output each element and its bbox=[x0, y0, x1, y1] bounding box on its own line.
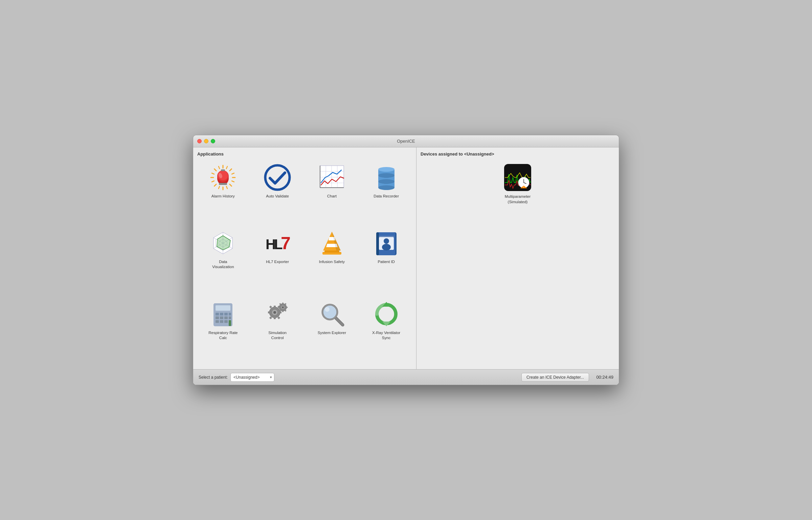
app-simulation-control[interactable]: SimulationControl bbox=[252, 297, 303, 365]
device-multiparameter-icon: ! bbox=[504, 164, 531, 191]
xray-ventilator-sync-label: X-Ray VentilatorSync bbox=[372, 330, 400, 340]
app-auto-validate[interactable]: Auto Validate bbox=[252, 161, 303, 223]
applications-title: Applications bbox=[197, 151, 412, 157]
device-multiparameter-label: Multiparameter(Simulated) bbox=[505, 194, 531, 205]
patient-select-group: Select a patient: <Unassigned> bbox=[199, 373, 274, 382]
app-system-explorer[interactable]: System Explorer bbox=[306, 297, 358, 365]
svg-line-10 bbox=[232, 181, 234, 182]
svg-line-12 bbox=[212, 181, 214, 182]
hl7-exporter-icon: H L 7 bbox=[264, 230, 291, 257]
svg-rect-68 bbox=[220, 313, 223, 315]
data-recorder-label: Data Recorder bbox=[374, 194, 399, 199]
auto-validate-icon bbox=[264, 164, 291, 191]
alarm-history-label: Alarm History bbox=[211, 194, 235, 199]
svg-rect-19 bbox=[221, 169, 225, 171]
app-chart[interactable]: Chart bbox=[306, 161, 358, 223]
devices-title: Devices assigned to <Unassigned> bbox=[421, 151, 615, 157]
svg-rect-69 bbox=[224, 313, 228, 315]
svg-point-92 bbox=[282, 306, 284, 308]
svg-rect-76 bbox=[220, 320, 223, 323]
left-panel: Applications bbox=[193, 147, 416, 369]
app-patient-id[interactable]: Patient ID bbox=[360, 226, 412, 294]
svg-line-13 bbox=[212, 173, 214, 174]
select-patient-label: Select a patient: bbox=[199, 375, 228, 380]
svg-line-8 bbox=[226, 166, 227, 169]
data-visualization-label: DataVisualization bbox=[212, 259, 234, 269]
svg-line-11 bbox=[232, 173, 234, 174]
alarm-history-icon bbox=[209, 164, 236, 191]
main-content: Applications bbox=[193, 147, 619, 369]
bottom-bar: Select a patient: <Unassigned> Create an… bbox=[193, 369, 619, 385]
svg-text:7: 7 bbox=[281, 233, 291, 253]
svg-line-14 bbox=[226, 186, 227, 189]
device-multiparameter-simulated[interactable]: ! Multiparameter(Simulated) bbox=[421, 161, 615, 208]
app-xray-ventilator-sync[interactable]: X-Ray VentilatorSync bbox=[360, 297, 412, 365]
svg-rect-62 bbox=[376, 232, 379, 255]
svg-point-61 bbox=[382, 244, 391, 251]
svg-rect-95 bbox=[286, 307, 288, 308]
window-title: OpenICE bbox=[397, 139, 415, 144]
svg-point-60 bbox=[384, 238, 389, 244]
simulation-control-icon bbox=[264, 301, 291, 328]
svg-line-5 bbox=[215, 184, 217, 186]
minimize-button[interactable] bbox=[204, 139, 208, 143]
infusion-safety-icon bbox=[318, 230, 345, 257]
xray-ventilator-sync-icon bbox=[373, 301, 400, 328]
data-recorder-icon bbox=[373, 164, 400, 191]
svg-rect-67 bbox=[216, 313, 219, 315]
auto-validate-label: Auto Validate bbox=[266, 194, 289, 199]
svg-rect-72 bbox=[220, 316, 223, 319]
hl7-exporter-label: HL7 Exporter bbox=[266, 259, 289, 264]
svg-rect-94 bbox=[282, 310, 284, 312]
respiratory-rate-calc-label: Respiratory RateCalc bbox=[208, 330, 238, 340]
system-explorer-label: System Explorer bbox=[318, 330, 346, 335]
svg-line-102 bbox=[336, 318, 343, 325]
svg-rect-77 bbox=[224, 320, 228, 323]
svg-rect-84 bbox=[279, 311, 281, 313]
app-respiratory-rate-calc[interactable]: Respiratory RateCalc bbox=[197, 297, 249, 365]
close-button[interactable] bbox=[197, 139, 202, 143]
apps-grid: Alarm History Auto Validate bbox=[197, 161, 412, 365]
svg-line-9 bbox=[219, 166, 220, 169]
svg-rect-73 bbox=[224, 316, 228, 319]
simulation-control-label: SimulationControl bbox=[268, 330, 287, 340]
app-alarm-history[interactable]: Alarm History bbox=[197, 161, 249, 223]
svg-line-15 bbox=[219, 186, 220, 189]
svg-rect-66 bbox=[216, 305, 230, 311]
svg-point-40 bbox=[378, 173, 394, 178]
chart-label: Chart bbox=[327, 194, 337, 199]
svg-text:!: ! bbox=[523, 186, 524, 188]
svg-rect-70 bbox=[229, 313, 231, 315]
svg-line-1 bbox=[230, 169, 232, 171]
svg-line-3 bbox=[230, 184, 232, 186]
respiratory-rate-calc-icon bbox=[209, 301, 236, 328]
app-hl7-exporter[interactable]: H L 7 HL7 Exporter bbox=[252, 226, 303, 294]
create-ice-device-adapter-button[interactable]: Create an ICE Device Adapter... bbox=[521, 373, 589, 382]
svg-rect-82 bbox=[274, 306, 276, 308]
app-infusion-safety[interactable]: Infusion Safety bbox=[306, 226, 358, 294]
system-explorer-icon bbox=[318, 301, 345, 328]
traffic-lights bbox=[197, 139, 215, 143]
patient-id-icon bbox=[373, 230, 400, 257]
app-data-recorder[interactable]: Data Recorder bbox=[360, 161, 412, 223]
timer-display: 00:24:49 bbox=[593, 375, 613, 380]
svg-rect-74 bbox=[229, 316, 231, 319]
app-data-visualization[interactable]: DataVisualization bbox=[197, 226, 249, 294]
svg-point-105 bbox=[325, 307, 330, 312]
infusion-safety-label: Infusion Safety bbox=[319, 259, 345, 264]
patient-select-wrapper: <Unassigned> bbox=[230, 373, 274, 382]
patient-select[interactable]: <Unassigned> bbox=[230, 373, 274, 382]
svg-rect-85 bbox=[268, 311, 270, 313]
svg-point-39 bbox=[378, 167, 394, 172]
svg-rect-75 bbox=[216, 320, 219, 323]
title-bar: OpenICE bbox=[193, 135, 619, 147]
svg-rect-83 bbox=[274, 317, 276, 319]
patient-id-label: Patient ID bbox=[378, 259, 395, 264]
maximize-button[interactable] bbox=[211, 139, 215, 143]
chart-icon bbox=[318, 164, 345, 191]
svg-rect-20 bbox=[219, 183, 227, 185]
right-panel: Devices assigned to <Unassigned> bbox=[416, 147, 619, 369]
svg-line-7 bbox=[215, 169, 217, 171]
svg-rect-71 bbox=[216, 316, 219, 319]
data-visualization-icon bbox=[209, 230, 236, 257]
